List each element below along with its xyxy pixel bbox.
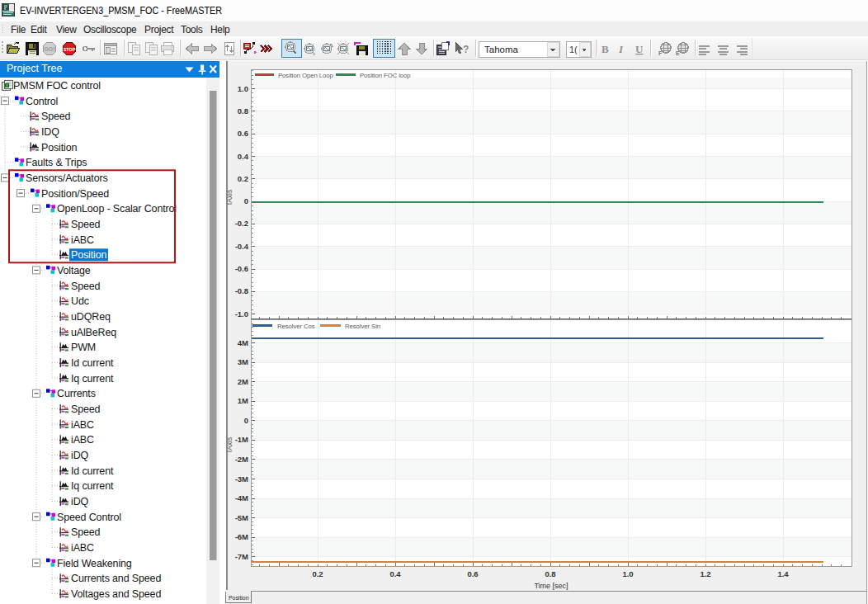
svg-text:0.6: 0.6	[467, 569, 478, 578]
svg-text:Speed: Speed	[71, 403, 101, 415]
svg-text:1M: 1M	[238, 396, 248, 405]
svg-text:Id current: Id current	[71, 357, 114, 369]
svg-text:Sensors/Actuators: Sensors/Actuators	[26, 172, 108, 184]
svg-text:OpenLoop - Scalar Control: OpenLoop - Scalar Control	[57, 203, 177, 215]
svg-text:-6M: -6M	[235, 532, 248, 541]
svg-text:uAlBeReq: uAlBeReq	[71, 327, 116, 338]
svg-text:U: U	[635, 43, 644, 55]
svg-text:iDQ: iDQ	[71, 496, 89, 507]
svg-text:0.2: 0.2	[312, 569, 323, 578]
svg-text:iABC: iABC	[71, 434, 94, 446]
svg-text:B: B	[601, 43, 609, 55]
svg-text:Resolver Sin: Resolver Sin	[345, 323, 380, 330]
svg-text:Udc: Udc	[71, 295, 89, 307]
svg-text:Position: Position	[71, 249, 106, 261]
svg-text:Speed: Speed	[71, 281, 101, 292]
svg-text:?: ?	[463, 44, 469, 55]
svg-text:F: F	[658, 50, 663, 56]
svg-text:iDQ: iDQ	[71, 450, 89, 461]
svg-text:I: I	[618, 43, 624, 55]
svg-text:-2M: -2M	[235, 455, 248, 464]
svg-text:uDQReq: uDQReq	[71, 311, 111, 323]
svg-text:Speed Control: Speed Control	[57, 512, 121, 523]
svg-text:Voltage: Voltage	[57, 265, 91, 276]
svg-text:Iq current: Iq current	[71, 480, 114, 492]
svg-text:PMSM FOC control: PMSM FOC control	[13, 80, 101, 92]
svg-text:1(: 1(	[569, 45, 578, 54]
svg-text:0.4: 0.4	[238, 152, 249, 161]
svg-text:Resolver Cos: Resolver Cos	[277, 323, 315, 330]
svg-text:iABC: iABC	[71, 542, 94, 554]
svg-text:-1M: -1M	[235, 435, 248, 444]
svg-text:1.0: 1.0	[238, 84, 248, 93]
svg-text:0.8: 0.8	[545, 569, 555, 578]
svg-text:4M: 4M	[238, 338, 248, 347]
svg-text:Currents and Speed: Currents and Speed	[71, 573, 161, 584]
svg-text:PWM: PWM	[71, 342, 96, 353]
svg-text:IAxis: IAxis	[225, 190, 234, 205]
svg-text:Field Weakening: Field Weakening	[57, 558, 132, 569]
svg-text:iABC: iABC	[71, 419, 94, 431]
svg-text:-7M: -7M	[235, 552, 248, 561]
svg-text:2M: 2M	[238, 377, 248, 386]
svg-text:Position Open Loop: Position Open Loop	[278, 72, 333, 79]
svg-text:1.2: 1.2	[700, 569, 710, 578]
svg-text:1.4: 1.4	[777, 569, 789, 578]
svg-text:-0.6: -0.6	[235, 264, 248, 273]
svg-text:-0.8: -0.8	[235, 286, 248, 295]
svg-text:E: E	[676, 50, 680, 56]
svg-text:Tahoma: Tahoma	[484, 45, 519, 54]
svg-text:GO!: GO!	[44, 46, 54, 52]
svg-text:Position/Speed: Position/Speed	[41, 188, 109, 200]
svg-text:-5M: -5M	[235, 513, 248, 522]
svg-text:0.2: 0.2	[238, 174, 248, 183]
svg-text:Position: Position	[229, 595, 249, 601]
svg-text:Iq current: Iq current	[71, 373, 114, 385]
svg-text:0: 0	[244, 196, 248, 205]
svg-text:Faults & Trips: Faults & Trips	[26, 157, 87, 168]
svg-text:Position FOC loop: Position FOC loop	[360, 72, 411, 79]
svg-text:-0.4: -0.4	[235, 242, 249, 251]
svg-text:0: 0	[244, 416, 248, 425]
svg-text:Currents: Currents	[57, 388, 96, 399]
svg-text:3M: 3M	[238, 357, 248, 366]
svg-text:Speed: Speed	[71, 526, 101, 538]
svg-text:0.4: 0.4	[389, 569, 401, 578]
svg-text:IAxis: IAxis	[225, 437, 234, 452]
svg-text:iABC: iABC	[71, 234, 94, 246]
svg-text:0.6: 0.6	[238, 129, 248, 138]
svg-text:Speed: Speed	[71, 219, 101, 230]
svg-text:Voltages and Speed: Voltages and Speed	[71, 588, 161, 600]
svg-text:-3M: -3M	[235, 474, 248, 484]
svg-text:Speed: Speed	[41, 111, 71, 122]
svg-text:IDQ: IDQ	[41, 126, 59, 138]
svg-text:0.8: 0.8	[238, 106, 248, 116]
svg-text:1.0: 1.0	[622, 569, 633, 578]
svg-text:-4M: -4M	[235, 493, 248, 503]
svg-text:-1.0: -1.0	[235, 309, 248, 319]
svg-text:Time [sec]: Time [sec]	[534, 582, 568, 590]
svg-text:STOP: STOP	[64, 47, 76, 52]
svg-text:Control: Control	[26, 96, 58, 107]
svg-text:Id current: Id current	[71, 465, 114, 477]
svg-text:Position: Position	[41, 142, 77, 153]
svg-text:-0.2: -0.2	[235, 219, 248, 228]
